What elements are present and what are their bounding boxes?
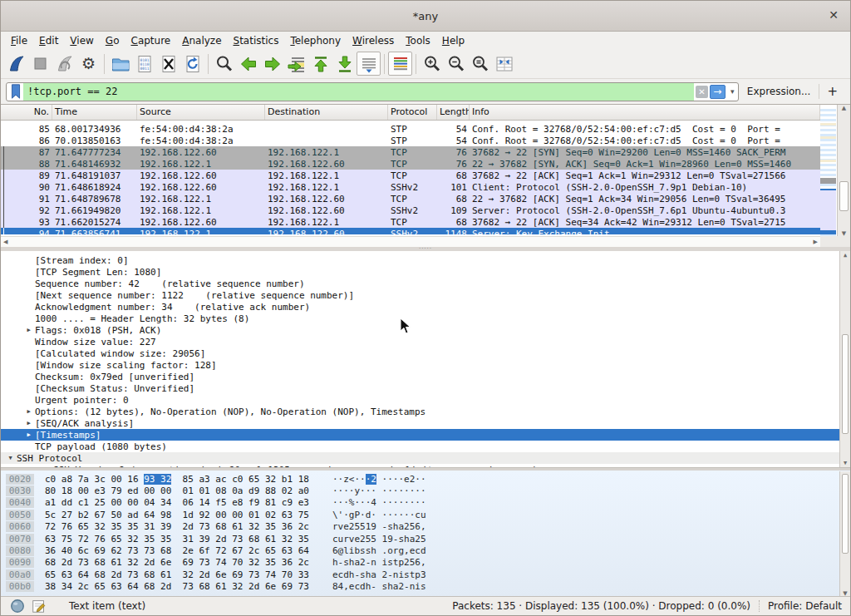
hex-row[interactable]: 008036 40 6c 69 62 73 73 68 2e 6f 72 67 … [1,545,850,556]
detail-line[interactable]: [Window size scaling factor: 128] [1,359,850,371]
capture-options-button[interactable]: ⚙ [76,52,101,76]
hex-row[interactable]: 003080 18 00 e3 79 ed 00 00 01 01 08 0a … [1,485,850,496]
detail-line[interactable]: [Next sequence number: 1122 (relative se… [1,289,850,301]
file-reload-button[interactable] [180,52,204,76]
menu-tools[interactable]: Tools [400,33,436,48]
column-header-source[interactable]: Source [137,105,265,120]
expander-icon[interactable]: ▶ [22,408,35,415]
scroll-thumb[interactable] [839,181,849,211]
file-close-button[interactable] [156,52,180,76]
packet-row-93[interactable]: 9371.662015274192.168.122.60192.168.122.… [1,216,820,228]
go-last-button[interactable] [332,52,357,76]
file-save-button[interactable]: 010101100011 [132,52,156,76]
column-header-destination[interactable]: Destination [265,105,388,120]
detail-line-timestamps-selected[interactable]: ▶[Timestamps] [1,429,850,441]
menu-capture[interactable]: Capture [125,33,176,48]
details-vscrollbar[interactable]: ▲▼ [839,251,850,467]
packet-row-85[interactable]: 8568.001734936fe:54:00:d4:38:2aSTP54Conf… [1,123,820,135]
packet-list-minimap[interactable] [820,106,836,236]
hex-row[interactable]: 00505c 27 b2 67 50 ad 64 98 1d 92 00 00 … [1,509,850,520]
display-filter-input[interactable]: !tcp.port == 22 [23,83,694,101]
capture-restart-button[interactable] [52,52,76,76]
file-open-button[interactable] [108,52,132,76]
hex-row[interactable]: 00a065 63 64 68 2d 73 68 61 32 2d 6e 69 … [1,569,850,580]
menu-telephony[interactable]: Telephony [284,33,347,48]
packet-row-90[interactable]: 9071.648618924192.168.122.60192.168.122.… [1,181,820,193]
scroll-thumb[interactable] [842,474,849,554]
status-profile[interactable]: Profile: Default [768,600,842,612]
menu-go[interactable]: Go [100,33,125,48]
packet-row-92[interactable]: 9271.661949820192.168.122.1192.168.122.6… [1,205,820,216]
detail-line[interactable]: Urgent pointer: 0 [1,394,850,406]
menu-analyze[interactable]: Analyze [176,33,227,48]
auto-scroll-toggle[interactable] [357,52,381,76]
packet-row-94-selected[interactable]: 9471.663856741192.168.122.1192.168.122.6… [1,228,820,234]
go-to-packet-button[interactable] [284,52,308,76]
resize-columns-button[interactable] [492,52,516,76]
scroll-left-icon[interactable]: ◀ [3,239,7,245]
packet-row-86[interactable]: 8670.013850163fe:54:00:d4:38:2aSTP54Conf… [1,135,820,146]
go-forward-button[interactable] [260,52,284,76]
expander-icon[interactable]: ▶ [22,327,35,333]
detail-line-ssh-protocol[interactable]: ▼SSH Protocol [1,452,850,464]
filter-apply-button[interactable]: → [710,85,726,99]
column-header-info[interactable]: Info [470,105,820,120]
packet-row-91[interactable]: 9171.648789678192.168.122.1192.168.122.6… [1,193,820,205]
hex-row[interactable]: 006072 76 65 32 35 35 31 39 2d 73 68 61 … [1,521,850,533]
capture-stop-button[interactable] [28,52,52,76]
detail-line[interactable]: [TCP Segment Len: 1080] [1,266,850,278]
go-first-button[interactable] [308,52,332,76]
bookmark-icon[interactable] [8,83,23,100]
expander-icon[interactable]: ▼ [4,455,17,461]
capture-comment-icon[interactable] [31,598,47,614]
expander-icon[interactable]: ▶ [22,420,35,426]
zoom-out-button[interactable] [444,52,468,76]
expander-icon[interactable]: ▶ [22,431,35,438]
column-header-time[interactable]: Time [52,105,137,120]
detail-line-options[interactable]: ▶Options: (12 bytes), No-Operation (NOP)… [1,406,850,417]
zoom-reset-button[interactable] [468,52,492,76]
scroll-down-icon[interactable]: ▼ [844,460,847,466]
bytes-vscrollbar[interactable]: ▼ [839,471,850,598]
packet-list-hscrollbar[interactable]: ◀▶ [1,236,820,247]
add-filter-button[interactable]: + [819,84,845,99]
zoom-in-button[interactable] [420,52,444,76]
menu-wireless[interactable]: Wireless [347,33,400,48]
scroll-up-icon[interactable]: ▲ [842,105,846,111]
detail-line-flags[interactable]: ▶Flags: 0x018 (PSH, ACK) [1,324,850,336]
packet-row-87[interactable]: 8771.647777234192.168.122.60192.168.122.… [1,146,820,158]
hex-row[interactable]: 009068 2d 73 68 61 32 2d 6e 69 73 74 70 … [1,557,850,569]
scroll-up-icon[interactable]: ▲ [844,252,847,259]
detail-line[interactable]: Checksum: 0x79ed [unverified] [1,371,850,382]
hex-row[interactable]: 00b038 34 2c 65 63 64 68 2d 73 68 61 32 … [1,581,850,593]
menu-help[interactable]: Help [436,33,470,48]
go-back-button[interactable] [236,52,260,76]
expert-info-icon[interactable] [9,598,26,614]
detail-line[interactable]: [Checksum Status: Unverified] [1,382,850,394]
filter-clear-button[interactable]: ✕ [696,86,708,98]
find-packet-button[interactable] [212,52,236,76]
menu-statistics[interactable]: Statistics [228,33,285,48]
detail-line[interactable]: [Stream index: 0] [1,254,850,266]
hex-row[interactable]: 0040a1 dd c1 25 00 00 04 34 06 14 f5 e8 … [1,497,850,509]
detail-line[interactable]: Acknowledgment number: 34 (relative ack … [1,301,850,313]
column-header-no[interactable]: No. [1,105,52,120]
colorize-packets-toggle[interactable] [388,52,412,76]
capture-start-button[interactable] [4,52,28,76]
expression-button[interactable]: Expression... [739,86,819,97]
packet-row-88[interactable]: 8871.648146932192.168.122.1192.168.122.6… [1,158,820,170]
close-window-button[interactable]: ✕ [825,8,842,22]
hex-row[interactable]: 0020c0 a8 7a 3c 00 16 93 32 85 a3 ac c0 … [1,473,850,485]
detail-line[interactable]: Window size value: 227 [1,336,850,347]
detail-line[interactable]: Sequence number: 42 (relative sequence n… [1,278,850,289]
menu-edit[interactable]: Edit [33,33,64,48]
column-header-protocol[interactable]: Protocol [388,105,437,120]
detail-line[interactable]: [Calculated window size: 29056] [1,347,850,359]
menu-file[interactable]: File [5,33,33,48]
detail-line-seq-ack[interactable]: ▶[SEQ/ACK analysis] [1,417,850,429]
packet-list-vscrollbar[interactable]: ▲▼ [837,105,850,237]
detail-line[interactable]: 1000 .... = Header Length: 32 bytes (8) [1,313,850,324]
scroll-thumb[interactable] [842,334,849,434]
packet-row-89[interactable]: 8971.648191037192.168.122.60192.168.122.… [1,170,820,181]
detail-line[interactable]: TCP payload (1080 bytes) [1,441,850,452]
